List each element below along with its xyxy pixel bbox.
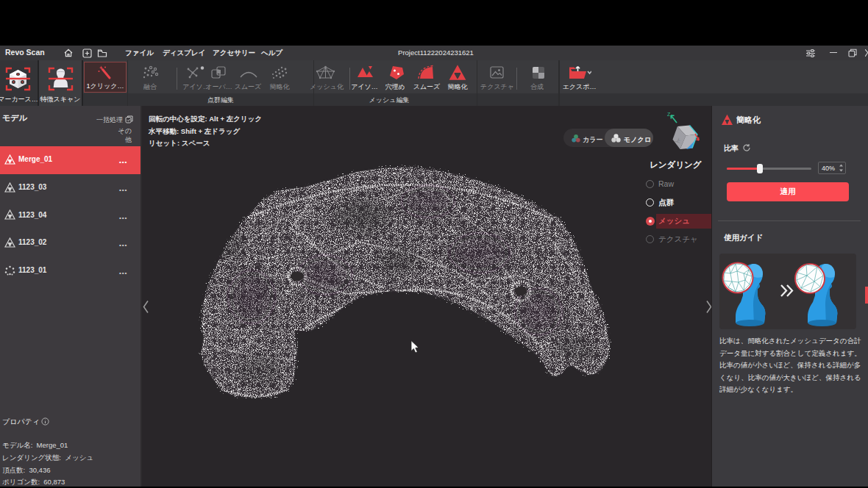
svg-text:Z: Z (667, 112, 671, 117)
